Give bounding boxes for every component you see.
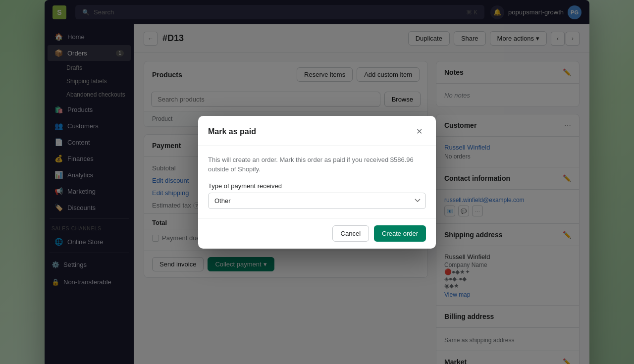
modal-header: Mark as paid ✕ — [198, 116, 436, 146]
modal-title: Mark as paid — [208, 127, 256, 136]
payment-type-select[interactable]: Other Cash Check Money order Wire transf… — [208, 193, 426, 209]
modal-field-label: Type of payment received — [208, 182, 426, 190]
modal-description: This will create an order. Mark this ord… — [208, 155, 426, 174]
modal-close-button[interactable]: ✕ — [412, 125, 426, 139]
cancel-button[interactable]: Cancel — [332, 225, 369, 242]
modal-footer: Cancel Create order — [198, 218, 436, 249]
modal-overlay[interactable]: Mark as paid ✕ This will create an order… — [0, 0, 634, 364]
create-order-button[interactable]: Create order — [374, 225, 426, 242]
modal-body: This will create an order. Mark this ord… — [198, 146, 436, 218]
mark-as-paid-modal: Mark as paid ✕ This will create an order… — [198, 116, 436, 249]
